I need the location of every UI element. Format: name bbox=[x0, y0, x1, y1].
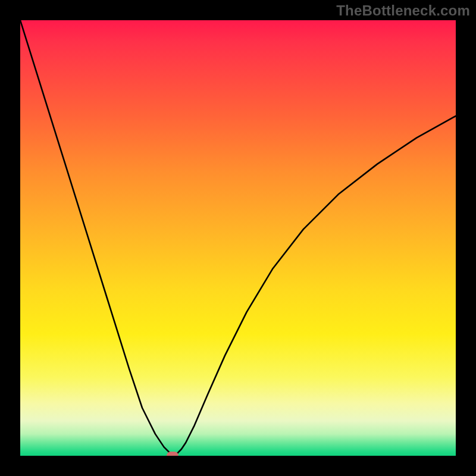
plot-area bbox=[20, 20, 456, 456]
chart-frame: TheBottleneck.com bbox=[0, 0, 476, 476]
bottleneck-curve bbox=[20, 20, 456, 456]
watermark-text: TheBottleneck.com bbox=[336, 2, 470, 19]
optimum-marker bbox=[167, 452, 178, 456]
